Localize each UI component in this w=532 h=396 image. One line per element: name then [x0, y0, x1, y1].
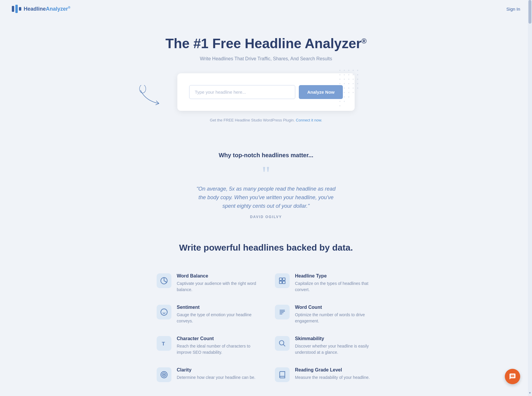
- svg-rect-39: [279, 278, 282, 281]
- feature-icon-word-balance: [157, 273, 171, 288]
- svg-point-6: [348, 70, 349, 71]
- analyze-button[interactable]: Analyze Now: [299, 85, 343, 99]
- chat-icon: [509, 373, 516, 380]
- hero-title: The #1 Free Headline Analyzer®: [6, 35, 526, 51]
- feature-item-word-count: Word Count Optimize the number of words …: [266, 299, 384, 330]
- feature-title-word-balance: Word Balance: [177, 273, 257, 279]
- features-section: Write powerful headlines backed by data.…: [0, 231, 532, 396]
- feature-item-word-balance: Word Balance Captivate your audience wit…: [148, 267, 266, 299]
- svg-line-52: [283, 345, 285, 347]
- why-section: Why top-notch headlines matter... " "On …: [0, 131, 532, 231]
- svg-point-34: [344, 96, 345, 98]
- feature-desc-word-balance: Captivate your audience with the right w…: [177, 280, 257, 293]
- svg-point-37: [344, 101, 345, 102]
- svg-point-25: [344, 87, 345, 89]
- feature-desc-character-count: Reach the ideal number of characters to …: [177, 343, 257, 356]
- svg-rect-41: [279, 281, 282, 284]
- feature-title-headline-type: Headline Type: [295, 273, 375, 279]
- feature-title-clarity: Clarity: [177, 367, 255, 373]
- svg-point-8: [357, 70, 358, 71]
- feature-desc-word-count: Optimize the number of words to drive en…: [295, 312, 375, 324]
- svg-point-3: [140, 85, 146, 93]
- feature-content-word-count: Word Count Optimize the number of words …: [295, 305, 375, 324]
- svg-rect-42: [283, 281, 285, 284]
- svg-point-51: [279, 341, 284, 345]
- quote-text: "On average, 5x as many people read the …: [192, 185, 340, 210]
- feature-desc-sentiment: Gauge the type of emotion your headline …: [177, 312, 257, 324]
- svg-point-17: [353, 79, 354, 80]
- svg-point-13: [357, 74, 358, 75]
- headline-input[interactable]: [189, 85, 295, 99]
- logo-text: HeadlineAnalyzer®: [24, 6, 70, 12]
- feature-desc-skimmability: Discover whether your headline is easily…: [295, 343, 375, 356]
- svg-point-9: [339, 74, 340, 75]
- feature-content-word-balance: Word Balance Captivate your audience wit…: [177, 273, 257, 293]
- feature-title-reading-grade: Reading Grade Level: [295, 367, 370, 373]
- why-title: Why top-notch headlines matter...: [6, 152, 526, 159]
- svg-point-10: [344, 74, 345, 75]
- hero-section: The #1 Free Headline Analyzer® Write Hea…: [0, 18, 532, 131]
- feature-item-headline-type: Headline Type Capitalize on the types of…: [266, 267, 384, 299]
- deco-dots: [337, 67, 372, 109]
- svg-point-7: [353, 70, 354, 71]
- feature-icon-headline-type: [275, 273, 290, 288]
- feature-content-character-count: Character Count Reach the ideal number o…: [177, 336, 257, 356]
- scroll-down-arrow[interactable]: ▼: [528, 391, 531, 395]
- feature-item-clarity: Clarity Determine how clear your headlin…: [148, 361, 266, 388]
- feature-content-reading-grade: Reading Grade Level Measure the readabil…: [295, 367, 370, 381]
- svg-point-23: [357, 83, 358, 84]
- svg-point-38: [339, 105, 340, 106]
- feature-content-clarity: Clarity Determine how clear your headlin…: [177, 367, 255, 381]
- svg-point-4: [339, 70, 340, 71]
- logo: HeadlineAnalyzer®: [12, 5, 70, 13]
- quote-author: DAVID OGILVY: [6, 215, 526, 219]
- wp-notice-link[interactable]: Connect it now.: [296, 118, 322, 122]
- svg-point-18: [357, 79, 358, 80]
- feature-content-sentiment: Sentiment Gauge the type of emotion your…: [177, 305, 257, 324]
- feature-icon-clarity: [157, 367, 171, 382]
- scrollbar-track: ▼: [528, 0, 532, 396]
- svg-text:T: T: [162, 341, 165, 347]
- quote-marks: ": [6, 168, 526, 180]
- feature-icon-reading-grade: [275, 367, 290, 382]
- chat-button[interactable]: [505, 369, 520, 384]
- feature-title-word-count: Word Count: [295, 305, 375, 310]
- svg-point-33: [339, 96, 340, 98]
- feature-icon-skimmability: [275, 336, 290, 351]
- feature-icon-sentiment: [157, 305, 171, 319]
- svg-point-54: [162, 373, 166, 377]
- feature-title-skimmability: Skimmability: [295, 336, 375, 341]
- svg-point-11: [348, 74, 349, 75]
- svg-point-20: [344, 83, 345, 84]
- feature-icon-character-count: T: [157, 336, 171, 351]
- features-title: Write powerful headlines backed by data.: [6, 243, 526, 253]
- svg-point-15: [344, 79, 345, 80]
- svg-point-22: [353, 83, 354, 84]
- svg-point-30: [344, 92, 345, 93]
- svg-point-26: [348, 87, 349, 89]
- svg-point-36: [339, 101, 340, 102]
- feature-item-character-count: T Character Count Reach the ideal number…: [148, 330, 266, 361]
- feature-content-skimmability: Skimmability Discover whether your headl…: [295, 336, 375, 356]
- feature-icon-word-count: [275, 305, 290, 319]
- svg-point-27: [353, 87, 354, 89]
- svg-point-55: [163, 374, 165, 375]
- feature-content-headline-type: Headline Type Capitalize on the types of…: [295, 273, 375, 293]
- analyzer-form: Analyze Now: [189, 85, 343, 99]
- svg-point-5: [344, 70, 345, 71]
- feature-desc-clarity: Determine how clear your headline can be…: [177, 374, 255, 381]
- sign-in-button[interactable]: Sign In: [506, 7, 520, 12]
- svg-point-14: [339, 79, 340, 80]
- svg-point-35: [348, 96, 349, 98]
- feature-title-sentiment: Sentiment: [177, 305, 257, 310]
- feature-desc-reading-grade: Measure the readability of your headline…: [295, 374, 370, 381]
- svg-point-28: [357, 87, 358, 89]
- feature-item-reading-grade: Reading Grade Level Measure the readabil…: [266, 361, 384, 388]
- svg-point-19: [339, 83, 340, 84]
- svg-point-24: [339, 87, 340, 89]
- features-grid: Word Balance Captivate your audience wit…: [148, 267, 384, 388]
- scrollbar-thumb[interactable]: [528, 0, 531, 24]
- svg-rect-2: [19, 7, 21, 11]
- feature-item-sentiment: Sentiment Gauge the type of emotion your…: [148, 299, 266, 330]
- feature-item-skimmability: Skimmability Discover whether your headl…: [266, 330, 384, 361]
